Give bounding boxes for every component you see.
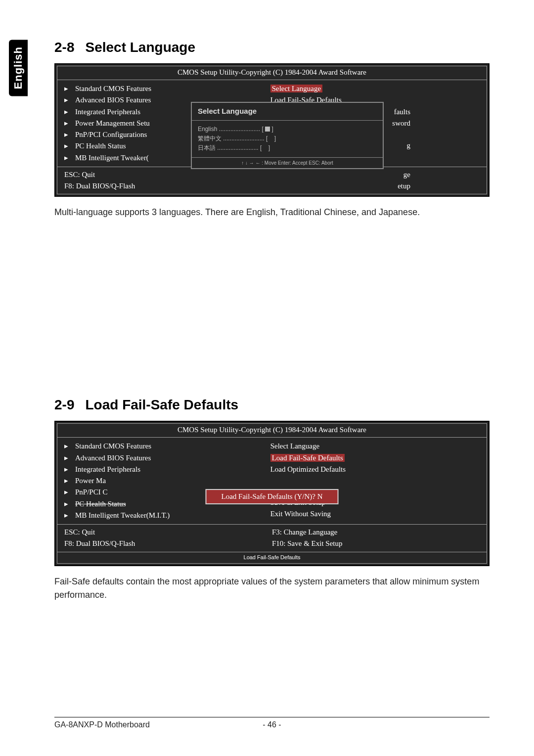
menu-item[interactable]: Exit Without Saving — [270, 508, 480, 520]
menu-item-fragment: etup — [272, 180, 410, 192]
menu-item[interactable]: ▸Standard CMOS Features — [64, 441, 257, 452]
section-number: 2-8 — [54, 40, 74, 55]
key-hint-esc: ESC: Quit — [64, 527, 272, 538]
bios-title: CMOS Setup Utility-Copyright (C) 1984-20… — [57, 424, 487, 438]
bios-status-bar: Load Fail-Safe Defaults — [57, 552, 487, 563]
menu-item-select-language[interactable]: Select Language — [270, 83, 480, 94]
menu-item[interactable]: Load Optimized Defaults — [270, 464, 480, 475]
section-heading-2-8: 2-8Select Language — [54, 40, 490, 55]
bios-screenshot-select-language: CMOS Setup Utility-Copyright (C) 1984-20… — [54, 63, 490, 197]
bios-screenshot-load-failsafe: CMOS Setup Utility-Copyright (C) 1984-20… — [54, 421, 490, 566]
menu-item-load-failsafe[interactable]: Load Fail-Safe Defaults — [270, 452, 480, 464]
lang-option-traditional-chinese[interactable]: 繁體中文 ......................... [ ] — [198, 134, 377, 143]
menu-item[interactable]: ▸Integrated Peripherals — [64, 464, 257, 475]
section-number: 2-9 — [54, 397, 74, 412]
section-body-text: Multi-language supports 3 languages. The… — [54, 206, 490, 219]
key-hint-esc: ESC: Quit — [64, 169, 272, 180]
key-hint-f10: F10: Save & Exit Setup — [272, 538, 480, 549]
lang-option-japanese[interactable]: 日本語 ......................... [ ] — [198, 143, 377, 153]
popup-title: Select Language — [192, 103, 383, 120]
menu-item[interactable]: Select Language — [270, 441, 480, 452]
popup-key-hints: ↑ ↓ → ← : Move Enter: Accept ESC: Abort — [192, 157, 383, 168]
page-content: 2-8Select Language CMOS Setup Utility-Co… — [54, 40, 490, 602]
menu-item[interactable]: ▸Power Ma — [64, 475, 257, 487]
key-hint-f3: F3: Change Language — [272, 527, 480, 538]
key-hint-f8: F8: Dual BIOS/Q-Flash — [64, 180, 272, 192]
lang-option-english[interactable]: English ......................... [ ] — [198, 125, 377, 134]
section-heading-2-9: 2-9Load Fail-Safe Defaults — [54, 397, 490, 413]
menu-item[interactable]: ▸Advanced BIOS Features — [64, 452, 257, 464]
menu-item-fragment: ge — [272, 169, 410, 180]
menu-item[interactable]: ▸Standard CMOS Features — [64, 83, 257, 94]
page-number: - 46 - — [263, 720, 281, 729]
bios-title: CMOS Setup Utility-Copyright (C) 1984-20… — [57, 66, 487, 80]
product-name: GA-8ANXP-D Motherboard — [54, 720, 150, 729]
section-body-text: Fail-Safe defaults contain the most appr… — [54, 575, 490, 602]
selected-marker-icon — [265, 127, 270, 132]
select-language-popup: Select Language English ................… — [191, 102, 384, 169]
dialog-text: Load Fail-Safe Defaults (Y/N)? N — [222, 492, 323, 500]
load-failsafe-dialog[interactable]: Load Fail-Safe Defaults (Y/N)? N — [206, 489, 339, 504]
key-hint-f8: F8: Dual BIOS/Q-Flash — [64, 538, 272, 549]
menu-item[interactable]: ▸MB Intelligent Tweaker(M.I.T.) — [64, 510, 257, 521]
section-title-text: Load Fail-Safe Defaults — [85, 397, 238, 412]
page-footer: GA-8ANXP-D Motherboard - 46 - — [54, 717, 490, 729]
section-title-text: Select Language — [85, 40, 195, 55]
language-tab: English — [9, 40, 28, 96]
